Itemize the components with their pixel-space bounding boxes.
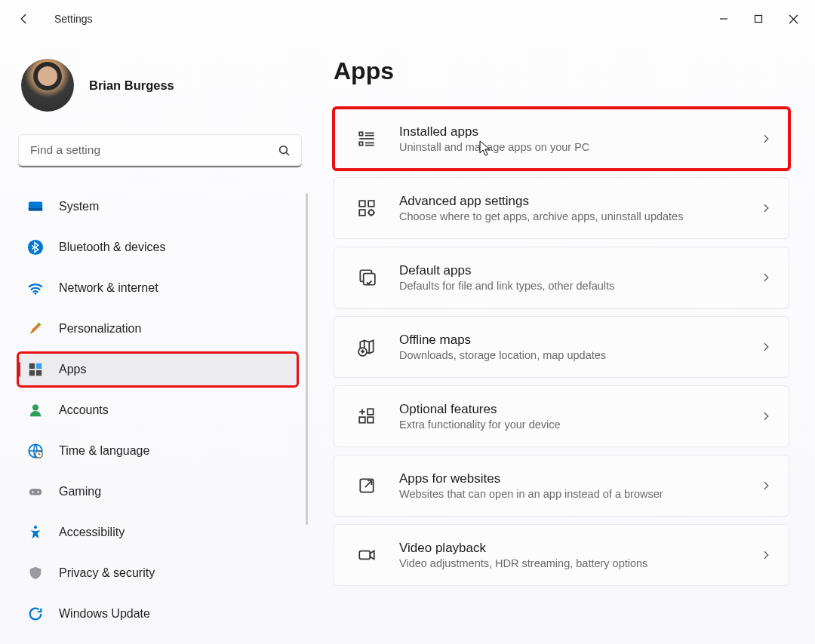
sidebar-item-label: System [59, 200, 99, 213]
sidebar-item-label: Accessibility [59, 526, 125, 539]
svg-rect-37 [359, 551, 370, 560]
card-title: Apps for websites [399, 471, 739, 486]
search-input[interactable] [18, 134, 302, 167]
minimize-icon [719, 14, 728, 23]
sidebar-item-accounts[interactable]: Accounts [18, 394, 297, 427]
card-title: Offline maps [399, 333, 739, 348]
update-icon [27, 606, 44, 622]
card-offline-maps[interactable]: Offline maps Downloads, storage location… [334, 316, 789, 378]
svg-rect-33 [359, 417, 365, 423]
card-text: Advanced app settings Choose where to ge… [399, 194, 739, 222]
grid-gear-icon [355, 197, 378, 219]
profile-name: Brian Burgess [89, 78, 174, 93]
svg-point-7 [35, 293, 37, 295]
sidebar: Brian Burgess System Bluetooth & devi [0, 38, 317, 644]
svg-rect-15 [29, 489, 42, 495]
svg-rect-9 [36, 363, 42, 369]
card-subtitle: Websites that can open in an app instead… [399, 488, 739, 500]
sidebar-item-bluetooth[interactable]: Bluetooth & devices [18, 231, 297, 264]
person-icon [27, 402, 44, 419]
search-wrapper [18, 134, 302, 167]
sidebar-item-time[interactable]: Time & language [18, 434, 297, 468]
sidebar-scrollbar[interactable] [306, 193, 308, 525]
card-title: Default apps [399, 263, 739, 278]
card-subtitle: Uninstall and manage apps on your PC [399, 141, 739, 153]
svg-rect-28 [359, 210, 365, 216]
svg-rect-27 [368, 201, 374, 207]
svg-line-3 [286, 152, 289, 155]
card-title: Video playback [399, 541, 739, 556]
svg-point-12 [32, 404, 38, 410]
wifi-icon [27, 280, 44, 296]
sidebar-item-label: Windows Update [59, 607, 150, 621]
minimize-button[interactable] [706, 7, 741, 31]
accessibility-icon [27, 524, 44, 541]
card-title: Installed apps [399, 124, 739, 140]
cards-list: Installed apps Uninstall and manage apps… [334, 108, 789, 586]
bluetooth-icon [27, 239, 44, 256]
back-button[interactable] [15, 10, 33, 28]
card-title: Optional features [399, 402, 739, 417]
gamepad-icon [27, 483, 44, 500]
apps-icon [27, 361, 44, 378]
sidebar-item-privacy[interactable]: Privacy & security [18, 557, 297, 590]
card-subtitle: Choose where to get apps, archive apps, … [399, 210, 739, 222]
sidebar-item-update[interactable]: Windows Update [18, 597, 297, 630]
card-default-apps[interactable]: Default apps Defaults for file and link … [334, 247, 789, 308]
system-icon [27, 198, 44, 215]
svg-rect-11 [36, 370, 42, 376]
sidebar-item-apps[interactable]: Apps [18, 353, 297, 386]
brush-icon [27, 320, 44, 337]
sidebar-item-gaming[interactable]: Gaming [18, 475, 297, 508]
titlebar-left: Settings [15, 10, 93, 28]
card-installed-apps[interactable]: Installed apps Uninstall and manage apps… [334, 108, 789, 170]
card-apps-for-websites[interactable]: Apps for websites Websites that can open… [334, 455, 789, 517]
list-icon [355, 127, 378, 150]
page-title: Apps [334, 57, 789, 85]
card-optional-features[interactable]: Optional features Extra functionality fo… [334, 385, 789, 447]
profile[interactable]: Brian Burgess [18, 59, 308, 112]
sidebar-item-label: Time & language [59, 444, 149, 458]
svg-rect-34 [368, 417, 374, 423]
chevron-right-icon [760, 271, 772, 284]
svg-point-2 [280, 146, 288, 154]
svg-point-18 [34, 526, 37, 529]
content: Apps Installed apps Uninstall and manage… [317, 38, 815, 644]
map-icon [355, 336, 378, 358]
maximize-icon [754, 14, 763, 23]
window-title: Settings [54, 13, 93, 25]
search-icon [278, 144, 291, 158]
svg-point-16 [32, 491, 33, 492]
sidebar-item-label: Network & internet [59, 281, 158, 295]
sidebar-item-label: Personalization [59, 322, 141, 336]
card-text: Default apps Defaults for file and link … [399, 263, 739, 292]
sidebar-item-network[interactable]: Network & internet [18, 271, 297, 305]
sidebar-item-personalization[interactable]: Personalization [18, 312, 297, 345]
svg-rect-5 [29, 208, 42, 211]
maximize-button[interactable] [741, 7, 776, 31]
chevron-right-icon [760, 549, 772, 561]
sidebar-item-accessibility[interactable]: Accessibility [18, 516, 297, 549]
card-subtitle: Downloads, storage location, map updates [399, 349, 739, 361]
close-icon [789, 14, 798, 24]
svg-rect-35 [368, 409, 374, 415]
main-layout: Brian Burgess System Bluetooth & devi [0, 38, 815, 644]
svg-point-29 [369, 210, 374, 216]
card-subtitle: Defaults for file and link types, other … [399, 280, 739, 292]
card-text: Apps for websites Websites that can open… [399, 471, 739, 500]
card-text: Installed apps Uninstall and manage apps… [399, 124, 739, 153]
svg-rect-8 [29, 363, 35, 369]
chevron-right-icon [760, 480, 772, 492]
svg-rect-20 [359, 142, 362, 145]
avatar [21, 59, 74, 112]
card-advanced-app-settings[interactable]: Advanced app settings Choose where to ge… [334, 177, 789, 239]
card-subtitle: Extra functionality for your device [399, 419, 739, 431]
sidebar-item-system[interactable]: System [18, 190, 297, 223]
card-video-playback[interactable]: Video playback Video adjustments, HDR st… [334, 524, 789, 586]
close-button[interactable] [776, 7, 810, 31]
sidebar-item-label: Gaming [59, 485, 101, 498]
sidebar-nav: System Bluetooth & devices Network & int… [18, 190, 308, 630]
grid-plus-icon [355, 405, 378, 428]
chevron-right-icon [760, 410, 772, 422]
svg-rect-19 [359, 132, 362, 135]
